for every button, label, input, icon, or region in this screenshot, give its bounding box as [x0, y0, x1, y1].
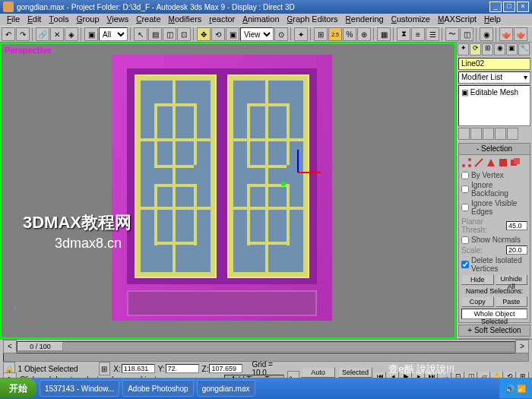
menu-help[interactable]: Help — [480, 14, 505, 26]
perspective-viewport[interactable]: Perspective — [0, 43, 456, 339]
angle-snap-button[interactable]: 2.5 — [328, 27, 342, 41]
menu-rendering[interactable]: Rendering — [342, 14, 388, 26]
by-vertex-checkbox[interactable] — [461, 172, 469, 179]
display-tab[interactable]: ▣ — [506, 43, 518, 55]
transform-gizmo[interactable] — [275, 150, 321, 195]
menu-create[interactable]: Create — [132, 14, 164, 26]
stack-item[interactable]: ▣ Editable Mesh — [461, 87, 528, 97]
copy-sel-button[interactable]: Copy — [461, 296, 494, 307]
soft-selection-rollout[interactable]: + Soft Selection — [458, 325, 530, 337]
move-button[interactable]: ✥ — [197, 27, 211, 41]
close-button[interactable]: × — [517, 2, 529, 12]
menu-tools[interactable]: Tools — [45, 14, 72, 26]
menu-graph editors[interactable]: Graph Editors — [283, 14, 342, 26]
unique-button[interactable] — [483, 128, 494, 140]
align-button[interactable]: ≡ — [411, 27, 425, 41]
show-result-button[interactable] — [470, 128, 482, 140]
motion-tab[interactable]: ◉ — [494, 43, 505, 55]
manipulate-button[interactable]: ✦ — [294, 27, 308, 41]
face-subobj-icon[interactable] — [486, 157, 496, 168]
selected-button[interactable]: Selected — [338, 367, 372, 378]
menu-animation[interactable]: Animation — [239, 14, 283, 26]
paste-sel-button[interactable]: Paste — [496, 296, 528, 307]
menu-reactor[interactable]: reactor — [205, 14, 239, 26]
ref-coord-system[interactable]: View — [240, 27, 274, 41]
layers-button[interactable]: ☰ — [426, 27, 439, 41]
menu-views[interactable]: Views — [103, 14, 133, 26]
select-region-button[interactable]: ◫ — [163, 27, 176, 41]
unlink-button[interactable]: ✕ — [50, 27, 64, 41]
select-object-button[interactable]: ↖ — [134, 27, 147, 41]
x-coord-field[interactable]: 118.631 — [122, 364, 155, 373]
modifier-list-dropdown[interactable]: Modifier List▾ — [458, 71, 530, 84]
pivot-button[interactable]: ⊙ — [274, 27, 288, 41]
watermark-text: 3DMAX教程网 — [23, 211, 131, 234]
delete-isolated-checkbox[interactable] — [461, 261, 469, 268]
taskbar-item[interactable]: gongdian.max — [197, 380, 255, 397]
named-sel-button[interactable]: ▦ — [377, 27, 391, 41]
create-tab[interactable]: ✦ — [458, 43, 469, 55]
taskbar-item[interactable]: 1537143 - Window... — [40, 380, 119, 397]
modify-tab[interactable]: ⟳ — [470, 43, 481, 55]
start-button[interactable]: 开始 — [0, 378, 36, 398]
schematic-button[interactable]: ◫ — [460, 27, 473, 41]
scale-button[interactable]: ▣ — [226, 27, 239, 41]
modifier-stack[interactable]: ▣ Editable Mesh — [458, 85, 530, 126]
rotate-button[interactable]: ⟲ — [211, 27, 225, 41]
selection-rollout-header[interactable]: - Selection — [458, 143, 530, 155]
selection-filter[interactable]: All — [99, 27, 128, 41]
hierarchy-tab[interactable]: ⊞ — [482, 43, 493, 55]
taskbar-item[interactable]: Adobe Photoshop — [122, 380, 194, 397]
snap-toggle-button[interactable]: ⊞ — [314, 27, 328, 41]
percent-snap-button[interactable]: % — [343, 27, 356, 41]
pin-stack-button[interactable] — [458, 128, 470, 140]
menu-maxscript[interactable]: MAXScript — [434, 14, 480, 26]
maximize-button[interactable]: □ — [503, 2, 515, 12]
time-slider[interactable]: 0 / 100 — [17, 341, 515, 352]
edge-subobj-icon[interactable] — [473, 157, 484, 168]
menu-modifiers[interactable]: Modifiers — [165, 14, 206, 26]
menu-bar: FileEditToolsGroupViewsCreateModifiersre… — [0, 14, 532, 26]
y-coord-field[interactable]: 72. — [166, 364, 199, 373]
element-subobj-icon[interactable] — [510, 157, 521, 168]
mirror-button[interactable]: ⧗ — [397, 27, 410, 41]
polygon-subobj-icon[interactable] — [498, 157, 508, 168]
minimize-button[interactable]: _ — [489, 2, 502, 12]
select-button[interactable]: ▣ — [84, 27, 98, 41]
remove-mod-button[interactable] — [495, 128, 506, 140]
corner-watermark: 查e酷 說說說!!! — [388, 363, 454, 376]
render-scene-button[interactable]: 🫖 — [499, 27, 513, 41]
material-editor-button[interactable]: ◉ — [480, 27, 493, 41]
ignore-backfacing-checkbox[interactable] — [461, 185, 469, 193]
menu-file[interactable]: File — [3, 14, 24, 26]
object-name-field[interactable]: Line02 — [458, 58, 530, 70]
rendered-model — [112, 55, 332, 321]
quick-render-button[interactable]: 🫖 — [514, 27, 527, 41]
auto-key-button[interactable]: Auto Key — [301, 367, 335, 378]
hide-button[interactable]: Hide — [461, 274, 494, 285]
configure-button[interactable] — [507, 128, 518, 140]
planar-thresh-spinner[interactable]: 45.0 — [506, 221, 527, 230]
system-tray[interactable]: 🔊 📶 — [499, 378, 532, 398]
menu-group[interactable]: Group — [73, 14, 103, 26]
redo-button[interactable]: ↷ — [16, 27, 30, 41]
window-crossing-button[interactable]: ⊡ — [177, 27, 191, 41]
ignore-visible-edges-checkbox[interactable] — [461, 204, 469, 211]
link-button[interactable]: 🔗 — [36, 27, 49, 41]
utilities-tab[interactable]: 🔧 — [518, 43, 530, 55]
unhide-all-button[interactable]: Unhide All — [496, 274, 528, 285]
time-next-button[interactable]: > — [515, 340, 529, 353]
menu-customize[interactable]: Customize — [388, 14, 434, 26]
menu-edit[interactable]: Edit — [24, 14, 45, 26]
bind-button[interactable]: ◈ — [65, 27, 78, 41]
select-name-button[interactable]: ▤ — [148, 27, 162, 41]
absolute-mode-button[interactable]: ⊞ — [99, 362, 111, 375]
curve-editor-button[interactable]: 〜 — [445, 27, 459, 41]
vertex-subobj-icon[interactable] — [461, 157, 472, 168]
z-coord-field[interactable]: 107.659 — [209, 364, 242, 373]
time-config-button[interactable]: < — [3, 340, 17, 353]
scale-spinner[interactable]: 20.0 — [506, 245, 527, 255]
undo-button[interactable]: ↶ — [2, 27, 15, 41]
show-normals-checkbox[interactable] — [461, 236, 469, 244]
spinner-snap-button[interactable]: ⊕ — [357, 27, 371, 41]
